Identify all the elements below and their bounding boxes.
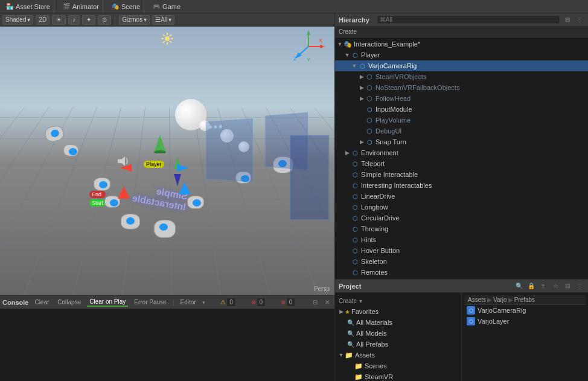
assets-section[interactable]: 📁 Assets (335, 350, 461, 360)
all-models-item[interactable]: 🔍 All Models (335, 328, 461, 339)
console-clear-btn[interactable]: Clear (32, 298, 51, 306)
asset-store-tab[interactable]: 🏪 Asset Store (2, 0, 54, 13)
project-star-icon[interactable]: ☆ (551, 281, 560, 291)
hierarchy-hoverbutton[interactable]: ⬡ Hover Button (335, 245, 588, 256)
teleport-icon: ⬡ (351, 159, 359, 168)
animator-tab[interactable]: 🎬 Animator (59, 0, 103, 13)
console-warn-badge: ⚠ 0 (220, 298, 235, 306)
scenes-label: Scenes (365, 362, 387, 370)
effects-btn[interactable]: ✦ (82, 15, 95, 25)
assets-label: Assets (355, 351, 375, 359)
hidden-btn[interactable]: ⊙ (98, 15, 111, 25)
hierarchy-create-btn[interactable]: Create (339, 28, 357, 35)
varjolayer-asset[interactable]: ⬡ VarjoLayer (464, 316, 586, 327)
hierarchy-title: Hierarchy (339, 16, 369, 24)
hierarchy-varjocamerarig[interactable]: ⬡ VarjoCameraRig (335, 60, 588, 71)
hierarchy-inputmodule[interactable]: ⬡ InputModule (335, 104, 588, 115)
scene-label: Scene (121, 3, 140, 10)
hierarchy-playvolume[interactable]: ⬡ PlayVolume (335, 115, 588, 126)
shading-dropdown[interactable]: Shaded ▾ (2, 15, 33, 25)
project-more-icon[interactable]: ⋮ (575, 281, 584, 291)
speaker-icon (118, 156, 130, 167)
hierarchy-circulardrive[interactable]: ⬡ CircularDrive (335, 213, 588, 223)
scene-content: Y X Z (0, 27, 334, 295)
steamvr-label: SteamVRObjects (375, 73, 426, 80)
hierarchy-longbow[interactable]: ⬡ Longbow (335, 202, 588, 213)
scene-tab[interactable]: 🎭 Scene (108, 0, 144, 13)
all-materials-item[interactable]: 🔍 All Materials (335, 317, 461, 328)
lighting-btn[interactable]: ☀ (52, 15, 66, 25)
shading-label: Shaded (5, 16, 26, 23)
all-dropdown[interactable]: ☰All ▾ (152, 15, 174, 25)
scenes-item[interactable]: 📁 Scenes (335, 360, 461, 371)
hierarchy-more-icon[interactable]: ⋮ (575, 15, 584, 25)
console-maximize-icon[interactable]: ⊟ (310, 298, 320, 307)
hierarchy-teleport[interactable]: ⬡ Teleport (335, 158, 588, 169)
svg-line-5 (163, 34, 165, 36)
hierarchy-lineardrive[interactable]: ⬡ LinearDrive (335, 191, 588, 202)
playvolume-icon: ⬡ (365, 116, 374, 124)
console-content (0, 309, 334, 381)
all-prefabs-item[interactable]: 🔍 All Prefabs (335, 339, 461, 350)
console-editor-btn[interactable]: Editor (177, 298, 198, 306)
console-error-pause-btn[interactable]: Error Pause (132, 298, 168, 306)
project-lock-icon[interactable]: 🔒 (526, 281, 536, 291)
debugui-icon: ⬡ (365, 127, 374, 135)
hierarchy-debugui[interactable]: ⬡ DebugUI (335, 126, 588, 136)
console-collapse-btn[interactable]: Collapse (55, 298, 83, 306)
hierarchy-interesting[interactable]: ⬡ Interesting Interactables (335, 180, 588, 191)
hierarchy-snapturn[interactable]: ⬡ Snap Turn (335, 136, 588, 147)
favorites-section[interactable]: ★ Favorites (335, 306, 461, 317)
hb-label: Hover Button (361, 247, 400, 254)
audio-btn[interactable]: ♪ (68, 15, 80, 25)
favorites-label: Favorites (351, 308, 379, 315)
console-clear-on-play-btn[interactable]: Clear on Play (87, 298, 128, 307)
game-tab[interactable]: 🎮 Game (149, 0, 184, 13)
top-bar: 🏪 Asset Store 🎬 Animator 🎭 Scene 🎮 Game (0, 0, 588, 13)
console-dropdown-icon: ▾ (202, 299, 205, 306)
scene-viewport[interactable]: Y X Z (0, 27, 334, 295)
project-create-label: Create (339, 298, 357, 304)
breadcrumb-sep-2: ▶ (508, 296, 513, 303)
project-list-icon[interactable]: ≡ (538, 281, 548, 291)
steamvr-proj-label: SteamVR (365, 373, 393, 380)
skeleton-label: Skeleton (361, 258, 387, 265)
project-create-btn[interactable]: Create ▾ (335, 295, 461, 306)
project-search-icon[interactable]: 🔍 (514, 281, 524, 291)
project-panel: Project 🔍 🔒 ≡ ☆ ⊟ ⋮ Create ▾ (335, 280, 588, 381)
2d-toggle[interactable]: 2D (36, 15, 50, 25)
all-materials-label: All Materials (356, 319, 392, 326)
longbow-icon: ⬡ (351, 203, 359, 211)
hierarchy-throwing[interactable]: ⬡ Throwing (335, 223, 588, 234)
hierarchy-remotes[interactable]: ⬡ Remotes (335, 267, 588, 278)
hierarchy-maximize-icon[interactable]: ⊟ (563, 15, 572, 25)
svg-marker-21 (118, 187, 130, 199)
interesting-icon: ⬡ (351, 181, 359, 190)
console-close-icon[interactable]: ✕ (322, 298, 332, 307)
steamvr-item[interactable]: 📁 SteamVR (335, 371, 461, 381)
hierarchy-nosteamvr[interactable]: ⬡ NoSteamVRFallbackObjects (335, 82, 588, 93)
project-title: Project (339, 283, 361, 290)
svg-marker-18 (118, 156, 125, 166)
hierarchy-skeleton[interactable]: ⬡ Skeleton (335, 256, 588, 267)
asset-store-icon: 🏪 (6, 3, 13, 10)
hierarchy-environment[interactable]: ⬡ Environment (335, 147, 588, 158)
hierarchy-search[interactable] (377, 15, 560, 24)
hierarchy-hints[interactable]: ⬡ Hints (335, 234, 588, 245)
throwing-label: Throwing (361, 225, 388, 232)
start-end-labels: End Start (89, 191, 106, 207)
ld-icon: ⬡ (351, 192, 359, 200)
project-icons: 🔍 🔒 ≡ ☆ ⊟ ⋮ (514, 281, 584, 291)
gizmos-dropdown[interactable]: Gizmos ▾ (119, 15, 150, 25)
hierarchy-scene-item[interactable]: 🎭 Interactions_Example* (335, 39, 588, 50)
nosteamvr-icon: ⬡ (365, 83, 374, 92)
hierarchy-followhead[interactable]: ⬡ FollowHead (335, 93, 588, 104)
hierarchy-header: Hierarchy ⊟ ⋮ (335, 13, 588, 27)
hierarchy-simpleinteractable[interactable]: ⬡ Simple Interactable (335, 169, 588, 180)
project-maximize-icon[interactable]: ⊟ (563, 281, 572, 291)
varjocamerarig-asset[interactable]: ⬡ VarjoCameraRig (464, 305, 586, 316)
hierarchy-steamvr[interactable]: ⬡ SteamVRObjects (335, 71, 588, 82)
steamvr-icon: ⬡ (365, 72, 374, 81)
gizmos-label: Gizmos (122, 16, 142, 23)
hierarchy-player[interactable]: ⬡ Player (335, 50, 588, 60)
